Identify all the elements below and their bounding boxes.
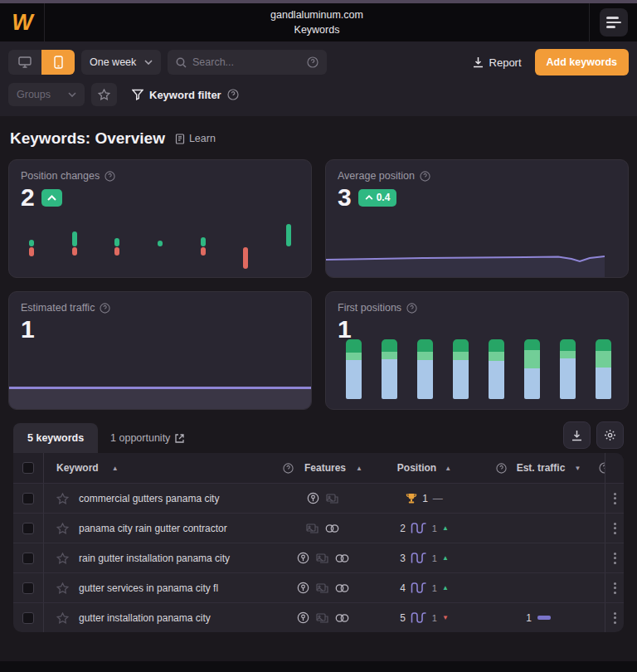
tab-opportunity-label: 1 opportunity <box>110 432 170 444</box>
app-logo[interactable]: W <box>0 3 45 41</box>
help-circle-icon[interactable] <box>100 303 110 314</box>
help-circle-icon[interactable] <box>307 56 318 68</box>
row-features-cell <box>269 543 377 572</box>
position-change-bar-pair <box>29 225 34 268</box>
row-keyword-cell: panama city rain gutter contractor <box>43 514 269 543</box>
table-row[interactable]: gutter services in panama city fl 41▲ <box>13 572 624 602</box>
link-icon <box>335 553 349 563</box>
table-header-row: Keyword▲ Features▲ Position▲ Est. traffi… <box>13 453 624 483</box>
row-checkbox[interactable] <box>22 523 34 534</box>
tab-keywords[interactable]: 5 keywords <box>13 423 98 453</box>
header-features[interactable]: Features▲ <box>269 453 377 483</box>
position-sparkline <box>411 611 427 624</box>
search-input[interactable]: Search... <box>168 50 327 75</box>
keyword-text[interactable]: gutter installation panama city <box>79 612 211 624</box>
mobile-icon <box>54 56 63 69</box>
help-circle-icon-clipped <box>599 462 605 474</box>
image-icon <box>316 612 328 624</box>
keyword-text[interactable]: gutter services in panama city fl <box>79 582 218 594</box>
export-button[interactable] <box>563 421 591 449</box>
position-sparkline <box>411 582 427 594</box>
page-header-title: gandlaluminum.com Keywords <box>45 7 589 37</box>
menu-wrap <box>589 3 637 41</box>
chevron-up-icon <box>365 195 373 200</box>
table-settings-button[interactable] <box>596 421 624 449</box>
favorites-filter-button[interactable] <box>91 83 117 106</box>
table-row[interactable]: rain gutter installation panama city 31▲ <box>13 543 624 572</box>
keywords-table: Keyword▲ Features▲ Position▲ Est. traffi… <box>13 453 624 632</box>
card-position-changes: Position changes 2 <box>8 159 312 278</box>
row-menu-button[interactable] <box>610 519 620 538</box>
groups-select-value: Groups <box>17 89 51 100</box>
mobile-toggle-button[interactable] <box>41 50 75 75</box>
period-select[interactable]: One week <box>81 50 161 75</box>
link-icon <box>325 523 339 533</box>
toolbar-row-primary: One week Search... Report Add keywords <box>8 49 629 75</box>
row-actions-cell <box>605 573 624 602</box>
row-checkbox[interactable] <box>22 582 34 594</box>
heading-row: Keywords: Overview Learn <box>10 129 627 148</box>
select-all-checkbox[interactable] <box>22 462 34 474</box>
chevron-up-icon <box>47 195 56 201</box>
star-icon[interactable] <box>56 582 69 594</box>
star-icon[interactable] <box>56 612 69 624</box>
help-circle-icon[interactable] <box>105 171 115 182</box>
header-est-traffic-label: Est. traffic <box>517 462 566 474</box>
row-menu-button[interactable] <box>610 549 620 567</box>
row-features-cell <box>269 514 377 543</box>
keyword-text[interactable]: panama city rain gutter contractor <box>79 523 227 534</box>
keyword-text[interactable]: rain gutter installation panama city <box>79 553 230 564</box>
star-icon[interactable] <box>56 523 69 534</box>
header-est-traffic[interactable]: Est. traffic▼ <box>472 453 605 483</box>
position-value: 1 <box>422 493 428 504</box>
table-row[interactable]: commercial gutters panama city 1— <box>13 483 624 513</box>
desktop-toggle-button[interactable] <box>8 50 41 75</box>
toolbar-row-filter: Groups Keyword filter <box>8 83 629 113</box>
row-menu-button[interactable] <box>610 609 620 627</box>
row-menu-button[interactable] <box>610 489 620 508</box>
row-position-cell: 41▲ <box>377 573 472 602</box>
header-keyword[interactable]: Keyword▲ <box>43 453 269 483</box>
average-position-line-chart <box>326 239 605 277</box>
star-icon[interactable] <box>56 553 69 564</box>
map-pack-icon <box>297 582 309 594</box>
tab-opportunity[interactable]: 1 opportunity <box>98 423 197 453</box>
learn-link[interactable]: Learn <box>175 133 216 144</box>
row-checkbox-cell <box>13 573 43 602</box>
first-positions-bar <box>560 339 576 399</box>
download-icon <box>571 430 582 441</box>
row-checkbox[interactable] <box>22 553 34 564</box>
card-estimated-traffic: Estimated traffic 1 <box>8 291 312 410</box>
row-position-cell: 31▲ <box>377 543 472 572</box>
help-circle-icon[interactable] <box>406 303 417 314</box>
row-checkbox-cell <box>13 543 43 572</box>
add-keywords-button[interactable]: Add keywords <box>535 49 629 75</box>
help-circle-icon[interactable] <box>227 89 239 100</box>
row-checkbox-cell <box>13 514 43 543</box>
trend-up-badge: 0.4 <box>358 189 397 207</box>
help-circle-icon <box>496 463 507 474</box>
position-value: 4 <box>400 582 406 594</box>
report-button[interactable]: Report <box>466 53 528 72</box>
overview-cards: Position changes 2 Average position 3 <box>8 159 629 410</box>
header-position[interactable]: Position▲ <box>377 453 472 483</box>
keyword-filter-button[interactable]: Keyword filter <box>132 89 239 101</box>
hamburger-menu-button[interactable] <box>600 8 628 37</box>
header-actions-cell <box>605 453 624 483</box>
row-checkbox[interactable] <box>22 493 34 504</box>
est-traffic-value: 1 <box>526 612 532 624</box>
star-icon[interactable] <box>56 493 69 504</box>
whitespark-w-logo-icon: W <box>12 10 32 36</box>
table-row[interactable]: gutter installation panama city 51▼ 1 <box>13 602 624 632</box>
row-menu-button[interactable] <box>610 579 620 597</box>
groups-select[interactable]: Groups <box>8 83 85 106</box>
main-content: Keywords: Overview Learn Position change… <box>0 116 637 661</box>
row-checkbox[interactable] <box>22 612 34 624</box>
help-circle-icon[interactable] <box>420 171 430 182</box>
keyword-text[interactable]: commercial gutters panama city <box>79 493 219 504</box>
table-row[interactable]: panama city rain gutter contractor 21▲ <box>13 513 624 543</box>
image-icon <box>306 523 318 534</box>
sort-desc-icon: ▼ <box>574 465 581 472</box>
link-icon <box>335 613 349 623</box>
card-title: First positions <box>338 302 401 314</box>
